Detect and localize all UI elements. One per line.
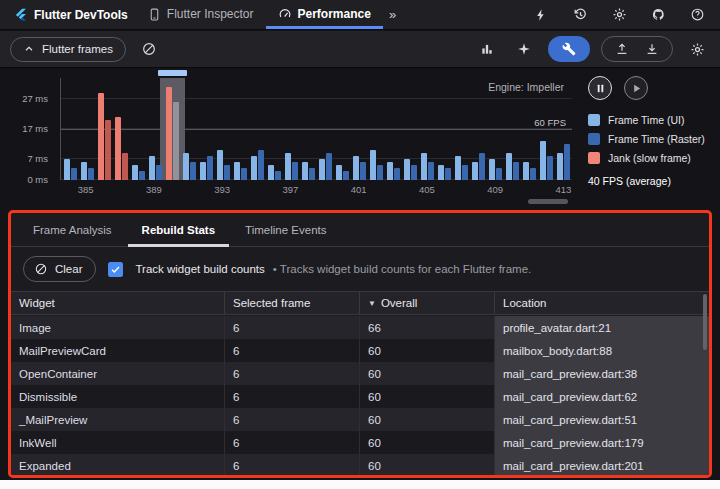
import-button[interactable] (643, 38, 661, 60)
x-axis-label: 397 (282, 184, 298, 195)
legend-item: Frame Time (Raster) (588, 133, 720, 145)
cell-widget: OpenContainer (11, 362, 225, 385)
raster-bar (394, 168, 400, 180)
toolbar-right-actions (474, 36, 710, 62)
x-axis-label: 413 (556, 184, 572, 195)
cell-widget: _MailPreview (11, 408, 225, 431)
cell-selected_frame: 6 (225, 431, 360, 454)
settings-gear-icon (612, 7, 627, 22)
frame-bar-group[interactable] (164, 78, 181, 180)
speed-icon (278, 7, 292, 21)
ui-bar (166, 87, 172, 180)
cell-location: mail_card_preview.dart:179 (495, 431, 709, 454)
cell-location: mail_card_preview.dart:62 (495, 385, 709, 408)
chart-scrollbar-thumb[interactable] (528, 199, 568, 204)
import-export-group (601, 36, 673, 62)
table-row[interactable]: Expanded660mail_card_preview.dart:201 (11, 454, 709, 475)
bar-chart-icon-button[interactable] (474, 36, 500, 62)
column-header[interactable]: ▼Overall (360, 292, 495, 314)
table-row[interactable]: MailPreviewCard660mailbox_body.dart:88 (11, 339, 709, 362)
table-row[interactable]: Dismissible660mail_card_preview.dart:62 (11, 385, 709, 408)
y-axis-label: 7 ms (27, 153, 48, 164)
cell-overall: 60 (360, 339, 495, 362)
raster-bar (190, 162, 196, 180)
ui-bar (268, 165, 274, 180)
legend-swatch (588, 133, 600, 145)
tab-flutter-inspector[interactable]: Flutter Inspector (136, 0, 266, 29)
export-icon (615, 42, 629, 56)
column-header-label: Widget (19, 297, 55, 309)
table-row[interactable]: Image666profile_avatar.dart:21 (11, 316, 709, 339)
ui-bar (387, 162, 393, 180)
column-header[interactable]: Selected frame (225, 292, 360, 314)
tab-performance[interactable]: Performance (266, 0, 383, 29)
table-row[interactable]: InkWell660mail_card_preview.dart:179 (11, 431, 709, 454)
export-button[interactable] (613, 38, 631, 60)
frame-chart-plot: Engine: Impeller 60 FPS (60, 78, 572, 180)
cell-selected_frame: 6 (225, 454, 360, 475)
raster-bar (292, 162, 298, 180)
gridline (61, 158, 572, 159)
chart-settings-button[interactable] (684, 36, 710, 62)
performance-toolbar: Flutter frames (0, 31, 720, 68)
cell-widget: InkWell (11, 431, 225, 454)
legend-item: Frame Time (UI) (588, 114, 720, 126)
track-widget-builds-checkbox[interactable] (108, 262, 123, 277)
tab-label: Flutter Inspector (167, 7, 254, 21)
help-icon-button[interactable] (684, 2, 710, 28)
column-header[interactable]: Widget (11, 292, 225, 314)
wrench-toggle-button[interactable] (548, 36, 590, 62)
bolt-icon-button[interactable] (528, 2, 554, 28)
column-header[interactable]: Location (495, 292, 709, 314)
github-icon-button[interactable] (645, 2, 671, 28)
raster-bar (479, 153, 485, 180)
panel-tab-frame-analysis[interactable]: Frame Analysis (19, 215, 126, 247)
raster-bar (309, 168, 315, 180)
cell-widget: Dismissible (11, 385, 225, 408)
flutter-devtools-window: Flutter DevTools Flutter Inspector Perfo… (0, 0, 720, 489)
cell-selected_frame: 6 (225, 385, 360, 408)
flutter-frames-toggle[interactable]: Flutter frames (10, 37, 126, 62)
cell-location: mail_card_preview.dart:201 (495, 454, 709, 475)
cell-overall: 60 (360, 385, 495, 408)
table-header: WidgetSelected frame▼OverallLocation (11, 291, 709, 315)
cell-selected_frame: 6 (225, 408, 360, 431)
frame-bar-group[interactable] (96, 78, 113, 180)
y-axis-label: 17 ms (22, 123, 48, 134)
help-icon (690, 7, 705, 22)
ui-bar (302, 162, 308, 180)
app-title: Flutter DevTools (34, 8, 128, 22)
pause-recording-button[interactable] (588, 76, 612, 100)
table-scrollbar-thumb[interactable] (703, 294, 707, 350)
table-row[interactable]: _MailPreview660mail_card_preview.dart:51 (11, 408, 709, 431)
enhance-tracing-button[interactable] (511, 36, 537, 62)
table-row[interactable]: OpenContainer660mail_card_preview.dart:3… (11, 362, 709, 385)
ui-bar (251, 156, 257, 180)
panel-tab-timeline-events[interactable]: Timeline Events (231, 215, 340, 247)
raster-bar (156, 165, 162, 180)
disable-frames-button[interactable] (136, 36, 162, 62)
ui-bar (285, 153, 291, 180)
track-widget-builds-label: Track widget build counts (135, 263, 264, 275)
history-icon-button[interactable] (567, 2, 593, 28)
ui-bar (64, 159, 70, 180)
raster-bar (88, 168, 94, 180)
legend-label: Jank (slow frame) (608, 152, 691, 164)
pause-icon (595, 83, 606, 94)
raster-bar (139, 171, 145, 180)
cell-overall: 66 (360, 316, 495, 339)
panel-tab-rebuild-stats[interactable]: Rebuild Stats (128, 215, 229, 247)
x-axis-label: 389 (146, 184, 162, 195)
ui-bar (217, 150, 223, 180)
raster-bar (411, 165, 417, 180)
raster-bar (343, 171, 349, 180)
resume-recording-button[interactable] (624, 76, 648, 100)
fps-60-label: 60 FPS (534, 117, 566, 128)
block-icon (34, 262, 48, 276)
clear-button[interactable]: Clear (23, 256, 96, 282)
raster-bar (122, 153, 128, 180)
chart-scrollbar[interactable] (60, 199, 576, 205)
tab-overflow-chevron[interactable]: » (383, 0, 402, 29)
ui-bar (98, 93, 104, 180)
settings-gear-icon-button[interactable] (606, 2, 632, 28)
